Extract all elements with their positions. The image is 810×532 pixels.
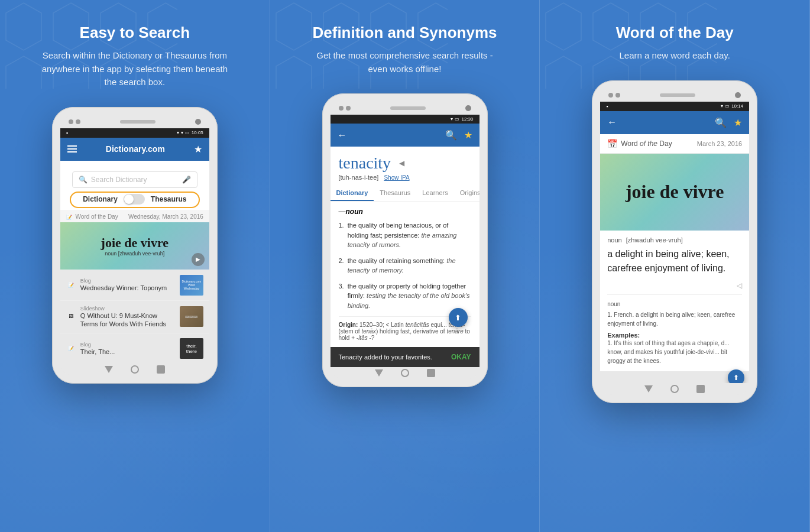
back-arrow-2[interactable]: ← <box>338 130 347 141</box>
tab-thesaurus[interactable]: Thesaurus <box>374 184 416 201</box>
def-word-section: tenacity ◀ [tuh-nas-i-tee] Show IPA <box>331 147 479 184</box>
nav-recent-1[interactable] <box>157 365 165 374</box>
wotd-def-section: noun [zhwaduh vee-vruh] a delight in bei… <box>600 231 749 371</box>
app-header-3: ← 🔍 ★ <box>600 111 749 134</box>
star-icon-1[interactable]: ★ <box>194 144 202 155</box>
status-bar-2: ▾ ▭ 12:30 <box>331 115 479 124</box>
wotd-date-3: March 23, 2016 <box>697 140 742 147</box>
tab-learners[interactable]: Learners <box>416 184 453 201</box>
snackbar: Tenacity added to your favorites. OKAY <box>331 347 479 367</box>
wotd-label-3: Word of the Day <box>621 140 672 148</box>
toggle-switch-1[interactable] <box>124 194 145 205</box>
wotd-def-small: noun 1. French. a delight in being alive… <box>607 294 742 328</box>
def-text-2: the quality of retaining something: the … <box>348 256 471 275</box>
nav-home-3[interactable] <box>670 385 679 393</box>
nav-back-2[interactable] <box>375 369 383 377</box>
def-item-2: 2. the quality of retaining something: t… <box>339 256 471 275</box>
wotd-speaker-3[interactable]: ◁ <box>607 281 742 290</box>
phone-2-screen: ▾ ▭ 12:30 ← 🔍 ★ tenacity <box>331 115 479 367</box>
status-icons-1: ▾ ▾ ▭ 10:05 <box>177 130 203 135</box>
share-icon-3: ⬆ <box>733 374 739 382</box>
phone-camera <box>195 119 201 125</box>
blog-text-2: Slideshow Q Without U: 9 Must-Know Terms… <box>80 306 175 329</box>
wifi-icon-3: ▾ <box>721 103 723 109</box>
tab-dictionary[interactable]: Dictionary <box>331 184 374 201</box>
wotd-header-left: 📅 Word of the Day <box>607 139 672 148</box>
wotd-label-1: 📝 Word of the Day <box>66 213 118 220</box>
panel-1-title: Easy to Search <box>40 24 229 42</box>
def-item-1: 1. the quality of being tenacious, or of… <box>339 220 471 250</box>
phone-camera-3 <box>735 92 741 98</box>
dot-3 <box>339 106 344 111</box>
tab-origins[interactable]: Origins <box>454 184 479 201</box>
wotd-pos-3: noun <box>607 236 621 244</box>
blog-card-3[interactable]: 📝 Blog Their, The... their, there <box>60 333 209 364</box>
search-bar-1[interactable]: 🔍 Search Dictionary 🎤 <box>72 171 197 188</box>
phone-1-screen: ▪ ▾ ▾ ▭ 10:05 Dictionary.com <box>60 128 209 364</box>
wotd-word-1: joie de vivre <box>101 235 169 251</box>
dot-5 <box>608 93 613 98</box>
battery-icon: ▭ <box>185 130 190 135</box>
def-num-1: 1. <box>339 220 344 250</box>
share-fab-3[interactable]: ⬆ <box>728 369 744 383</box>
phone-1: ▪ ▾ ▾ ▭ 10:05 Dictionary.com <box>52 107 218 384</box>
wotd-definition-big: a delight in being alive; keen, carefree… <box>607 247 742 275</box>
dot-2 <box>76 119 80 124</box>
status-bar-3: ▪ ▾ ▭ 10:14 <box>600 102 749 111</box>
star-icon-2[interactable]: ★ <box>464 129 472 141</box>
status-icons-2: ▾ ▭ 12:30 <box>451 116 473 122</box>
wotd-examples: Examples: 1. It's this sort of thing tha… <box>607 332 742 365</box>
blog-thumb-3: their, there <box>180 338 203 359</box>
wotd-speaker-1[interactable]: ▶ <box>192 253 205 266</box>
search-icon-3[interactable]: 🔍 <box>715 117 727 128</box>
nav-recent-3[interactable] <box>696 385 705 393</box>
app-header-2: ← 🔍 ★ <box>331 124 479 147</box>
share-icon-2: ⬆ <box>455 313 461 322</box>
nav-back-3[interactable] <box>644 385 653 392</box>
blog-title-1: Wednesday Winner: Toponym <box>80 284 175 292</box>
phone-3: ▪ ▾ ▭ 10:14 ← 🔍 ★ <box>592 80 757 403</box>
status-icon-menu: ▪ <box>66 130 68 136</box>
app-title-1: Dictionary.com <box>106 144 165 154</box>
def-pos: —noun <box>339 207 471 216</box>
def-sound-icon[interactable]: ◀ <box>399 159 404 167</box>
panel-3-header: Word of the Day Learn a new word each da… <box>616 24 734 63</box>
def-word: tenacity <box>339 154 391 173</box>
panel-3-title: Word of the Day <box>616 24 734 42</box>
share-fab-2[interactable]: ⬆ <box>449 308 468 327</box>
nav-home-2[interactable] <box>401 369 409 377</box>
phone-3-top-bar <box>600 89 749 102</box>
wotd-date-1: Wednesday, March 23, 2016 <box>128 213 203 220</box>
blog-text-1: Blog Wednesday Winner: Toponym <box>80 278 175 292</box>
show-ipa-link[interactable]: Show IPA <box>384 174 409 181</box>
phone-speaker-2 <box>390 106 426 110</box>
blog-card-1[interactable]: 📝 Blog Wednesday Winner: Toponym Diction… <box>60 270 209 300</box>
wotd-pos-pron-line: noun [zhwaduh vee-vruh] <box>607 236 742 244</box>
wotd-card-1[interactable]: joie de vivre noun [zhwaduh vee-vruh] ▶ <box>60 222 209 270</box>
blog-type-3: Blog <box>80 342 175 348</box>
def-num-3: 3. <box>339 281 344 311</box>
blog-card-2[interactable]: 🖼 Slideshow Q Without U: 9 Must-Know Ter… <box>60 300 209 333</box>
mic-icon-1[interactable]: 🎤 <box>182 176 191 184</box>
phone-camera-2 <box>465 105 471 111</box>
search-icon-2[interactable]: 🔍 <box>445 129 457 141</box>
def-num-2: 2. <box>339 256 344 275</box>
nav-home-1[interactable] <box>131 365 139 374</box>
back-arrow-3[interactable]: ← <box>607 117 617 128</box>
nav-recent-2[interactable] <box>427 369 435 377</box>
hamburger-icon[interactable] <box>67 145 77 153</box>
wotd-pos-small: noun <box>607 301 620 307</box>
star-icon-3[interactable]: ★ <box>734 117 742 128</box>
snackbar-action[interactable]: OKAY <box>451 353 471 361</box>
wotd-big-card: joie de vivre <box>600 154 749 231</box>
status-bar-1: ▪ ▾ ▾ ▭ 10:05 <box>60 128 209 138</box>
speaker-dots-3 <box>608 93 620 98</box>
nav-back-1[interactable] <box>105 366 113 373</box>
blog-type-2: Slideshow <box>80 306 175 312</box>
blog-title-2: Q Without U: 9 Must-Know Terms for Words… <box>80 312 175 329</box>
wotd-image-1: joie de vivre noun [zhwaduh vee-vruh] ▶ <box>60 222 209 270</box>
panel-1-header: Easy to Search Search within the Diction… <box>40 24 229 89</box>
tab-bar-2: Dictionary Thesaurus Learners Origins U <box>331 184 479 202</box>
header-icons-3: 🔍 ★ <box>715 117 742 128</box>
panel-definition-synonyms: Definition and Synonyms Get the most com… <box>270 0 540 532</box>
